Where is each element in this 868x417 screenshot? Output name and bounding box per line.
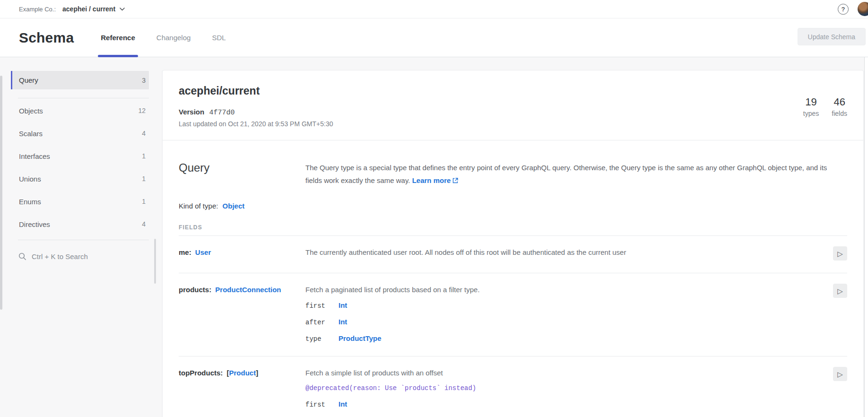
- sidebar-item-label: Objects: [19, 107, 43, 115]
- argument-type-link[interactable]: Int: [339, 301, 347, 310]
- play-icon: ▷: [837, 287, 843, 295]
- type-section: Query The Query type is a special type t…: [163, 161, 863, 417]
- type-description: The Query type is a special type that de…: [305, 161, 833, 187]
- version-label: Version: [179, 108, 204, 116]
- sidebar-divider: [18, 240, 149, 240]
- schema-sidebar: Query 3 Objects 12 Scalars 4 Interfaces …: [11, 71, 149, 262]
- run-in-explorer-button[interactable]: ▷: [833, 246, 847, 261]
- argument-row: type ProductType: [305, 334, 828, 344]
- play-icon: ▷: [837, 371, 843, 378]
- sidebar-item-query[interactable]: Query 3: [11, 71, 149, 89]
- sidebar-item-label: Unions: [19, 175, 41, 183]
- sidebar-item-count: 1: [142, 152, 146, 160]
- sidebar-divider: [18, 98, 149, 98]
- graph-title: acephei/current: [179, 85, 847, 97]
- play-icon: ▷: [837, 250, 843, 257]
- top-bar: Example Co.: acephei / current ?: [0, 0, 868, 18]
- types-count: 19 types: [803, 96, 819, 117]
- field-arguments: first Int: [305, 400, 828, 409]
- field-type-link[interactable]: [Product]: [227, 369, 259, 377]
- field-row-me: me: User The currently authenticated use…: [179, 236, 847, 273]
- field-name: me: User: [179, 248, 305, 257]
- sidebar-item-directives[interactable]: Directives 4: [11, 213, 149, 235]
- deprecated-annotation: @deprecated(reason: Use `products` inste…: [305, 384, 828, 393]
- left-scrollbar-thumb[interactable]: [0, 76, 2, 310]
- field-name: topProducts: [Product]: [179, 368, 305, 377]
- field-description: Fetch a simple list of products with an …: [305, 368, 828, 377]
- tab-sdl[interactable]: SDL: [212, 18, 226, 57]
- field-row-products: products: ProductConnection Fetch a pagi…: [179, 273, 847, 356]
- graph-selector[interactable]: acephei / current: [62, 5, 125, 13]
- field-type-link[interactable]: User: [195, 248, 211, 256]
- user-avatar[interactable]: [858, 2, 868, 16]
- org-label: Example Co.:: [19, 6, 56, 13]
- argument-row: first Int: [305, 301, 828, 311]
- sidebar-item-count: 12: [138, 107, 146, 114]
- sidebar-item-enums[interactable]: Enums 1: [11, 190, 149, 213]
- sidebar-item-label: Interfaces: [19, 152, 50, 160]
- sidebar-item-label: Enums: [19, 198, 41, 206]
- type-name: Query: [179, 161, 305, 187]
- argument-row: first Int: [305, 400, 828, 409]
- field-name: products: ProductConnection: [179, 285, 305, 294]
- sidebar-item-count: 1: [142, 198, 146, 205]
- search-icon: [18, 252, 26, 261]
- field-row-topproducts: topProducts: [Product] Fetch a simple li…: [179, 356, 847, 417]
- sidebar-item-count: 4: [142, 130, 146, 137]
- tab-changelog[interactable]: Changelog: [156, 18, 191, 57]
- argument-type-link[interactable]: ProductType: [339, 334, 382, 343]
- sidebar-item-label: Directives: [19, 220, 50, 228]
- page-header: Schema Reference Changelog SDL Update Sc…: [0, 18, 868, 57]
- update-schema-button[interactable]: Update Schema: [798, 28, 866, 45]
- content-scrollbar-thumb[interactable]: [154, 239, 156, 284]
- run-in-explorer-button[interactable]: ▷: [833, 284, 847, 298]
- graph-selector-label: acephei / current: [62, 5, 115, 13]
- external-link-icon: [452, 178, 458, 183]
- version-value: 4f77d0: [209, 109, 234, 117]
- field-description: The currently authenticated user root. A…: [305, 248, 828, 257]
- sidebar-item-objects[interactable]: Objects 12: [11, 99, 149, 122]
- sidebar-item-count: 4: [142, 220, 146, 228]
- schema-reference-card: acephei/current Version 4f77d0 Last upda…: [162, 70, 864, 417]
- fields-count: 46 fields: [832, 96, 847, 117]
- fields-section-label: FIELDS: [179, 224, 847, 236]
- schema-stats: 19 types 46 fields: [803, 96, 847, 117]
- schema-search[interactable]: Ctrl + K to Search: [11, 251, 149, 262]
- last-updated: Last updated on Oct 21, 2020 at 9:53 PM …: [179, 120, 847, 128]
- field-arguments: first Int after Int type ProductType: [305, 301, 828, 344]
- argument-row: after Int: [305, 317, 828, 327]
- run-in-explorer-button[interactable]: ▷: [833, 367, 847, 381]
- sidebar-item-unions[interactable]: Unions 1: [11, 167, 149, 190]
- search-hint: Ctrl + K to Search: [32, 252, 88, 261]
- argument-type-link[interactable]: Int: [339, 317, 347, 326]
- tab-bar: Reference Changelog SDL: [101, 18, 226, 57]
- learn-more-link[interactable]: Learn more: [412, 176, 459, 184]
- kind-type-link[interactable]: Object: [223, 202, 245, 210]
- sidebar-item-count: 3: [142, 77, 146, 84]
- sidebar-item-label: Scalars: [19, 130, 43, 138]
- graph-summary: acephei/current Version 4f77d0 Last upda…: [163, 70, 863, 140]
- sidebar-item-label: Query: [19, 76, 38, 84]
- chevron-down-icon: [120, 8, 125, 11]
- sidebar-item-interfaces[interactable]: Interfaces 1: [11, 145, 149, 167]
- sidebar-item-count: 1: [142, 175, 146, 182]
- field-type-link[interactable]: ProductConnection: [215, 286, 281, 294]
- field-description: Fetch a paginated list of products based…: [305, 285, 828, 294]
- argument-type-link[interactable]: Int: [339, 400, 347, 408]
- help-icon: ?: [842, 6, 845, 13]
- kind-of-type: Kind of type: Object: [179, 202, 847, 210]
- sidebar-item-scalars[interactable]: Scalars 4: [11, 122, 149, 145]
- page-title: Schema: [19, 30, 74, 46]
- help-button[interactable]: ?: [838, 4, 849, 15]
- tab-reference[interactable]: Reference: [101, 18, 135, 57]
- page-scrollbar[interactable]: [864, 57, 868, 417]
